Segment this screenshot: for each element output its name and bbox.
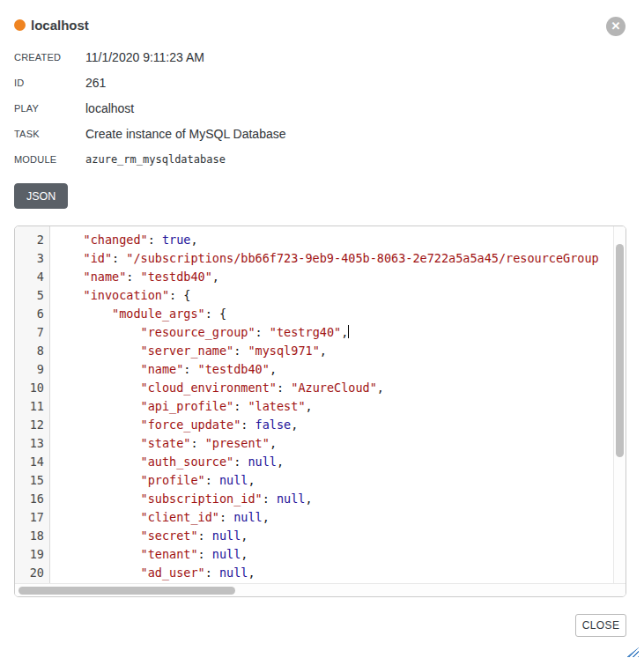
line-number: 7	[15, 323, 50, 342]
line-number: 13	[15, 434, 50, 453]
close-button[interactable]: CLOSE	[575, 614, 626, 637]
detail-label: TASK	[14, 129, 85, 139]
line-content: "client_id": null,	[50, 508, 613, 527]
line-number: 19	[15, 545, 50, 564]
horizontal-scrollbar-thumb[interactable]	[19, 587, 235, 595]
line-content: "secret": null,	[50, 527, 613, 545]
vertical-scrollbar[interactable]	[613, 226, 625, 583]
line-number: 4	[15, 268, 50, 286]
resize-handle-icon[interactable]	[626, 647, 639, 657]
line-number: 15	[15, 471, 50, 490]
line-number: 12	[15, 416, 50, 434]
line-number: 5	[15, 286, 50, 305]
line-number: 18	[15, 527, 50, 545]
code-line: 17 "client_id": null,	[15, 508, 613, 527]
line-content: "force_update": false,	[50, 416, 613, 434]
line-number: 8	[15, 342, 50, 360]
detail-value: Create instance of MySQL Database	[85, 127, 286, 141]
line-content: "api_profile": "latest",	[50, 397, 613, 416]
line-number: 20	[15, 564, 50, 582]
horizontal-scrollbar[interactable]	[15, 583, 625, 596]
line-content: "resource_group": "testrg40",	[50, 323, 613, 342]
detail-value: azure_rm_mysqldatabase	[85, 153, 226, 166]
text-caret	[348, 325, 349, 338]
line-number: 9	[15, 360, 50, 379]
line-content: "invocation": {	[50, 286, 613, 305]
code-line: 7 "resource_group": "testrg40",	[15, 323, 613, 342]
line-content: "subscription_id": null,	[50, 490, 613, 508]
code-line: 13 "state": "present",	[15, 434, 613, 453]
line-content: "name": "testdb40",	[50, 360, 613, 379]
event-details: CREATED 11/1/2020 9:11:23 AM ID 261 PLAY…	[14, 44, 543, 172]
code-line: 14 "auth_source": null,	[15, 453, 613, 471]
line-content: "module_args": {	[50, 305, 613, 323]
code-line: 6 "module_args": {	[15, 305, 613, 323]
line-content: "profile": null,	[50, 471, 613, 490]
code-line: 11 "api_profile": "latest",	[15, 397, 613, 416]
line-content: "state": "present",	[50, 434, 613, 453]
code-line: 10 "cloud_environment": "AzureCloud",	[15, 379, 613, 397]
code-line: 20 "ad_user": null,	[15, 564, 613, 582]
code-line: 8 "server_name": "mysql971",	[15, 342, 613, 360]
detail-value: localhost	[85, 101, 134, 115]
json-code-editor[interactable]: 2 "changed": true, 3 "id": "/subscriptio…	[14, 225, 626, 597]
line-content: "cloud_environment": "AzureCloud",	[50, 379, 613, 397]
line-content: "name": "testdb40",	[50, 268, 613, 286]
close-icon[interactable]: ✕	[606, 17, 625, 36]
line-number: 10	[15, 379, 50, 397]
line-content: "ad_user": null,	[50, 564, 613, 582]
code-line: 16 "subscription_id": null,	[15, 490, 613, 508]
code-line: 4 "name": "testdb40",	[15, 268, 613, 286]
code-line: 12 "force_update": false,	[15, 416, 613, 434]
line-content: "server_name": "mysql971",	[50, 342, 613, 360]
json-tab-button[interactable]: JSON	[14, 183, 68, 209]
code-line: 19 "tenant": null,	[15, 545, 613, 564]
code-line: 2 "changed": true,	[15, 231, 613, 249]
detail-row: TASK Create instance of MySQL Database	[14, 121, 543, 146]
detail-label: PLAY	[14, 103, 85, 114]
host-status-dot	[14, 19, 26, 31]
line-number: 3	[15, 249, 50, 268]
vertical-scrollbar-thumb[interactable]	[616, 244, 624, 457]
detail-row: ID 261	[14, 70, 543, 95]
code-rows: 2 "changed": true, 3 "id": "/subscriptio…	[15, 231, 613, 582]
line-number: 17	[15, 508, 50, 527]
detail-value: 261	[85, 76, 106, 90]
code-line: 9 "name": "testdb40",	[15, 360, 613, 379]
line-content: "tenant": null,	[50, 545, 613, 564]
modal-title: localhost	[31, 18, 89, 33]
detail-value: 11/1/2020 9:11:23 AM	[85, 50, 204, 64]
code-line: 18 "secret": null,	[15, 527, 613, 545]
line-number: 6	[15, 305, 50, 323]
line-number: 16	[15, 490, 50, 508]
code-line: 5 "invocation": {	[15, 286, 613, 305]
line-number: 2	[15, 231, 50, 249]
line-content: "id": "/subscriptions/bb66f723-9eb9-405b…	[50, 249, 613, 268]
code-line: 15 "profile": null,	[15, 471, 613, 490]
detail-row: MODULE azure_rm_mysqldatabase	[14, 146, 543, 172]
line-number: 11	[15, 397, 50, 416]
detail-label: ID	[14, 78, 85, 88]
detail-label: CREATED	[14, 52, 85, 63]
line-content: "changed": true,	[50, 231, 613, 249]
detail-row: PLAY localhost	[14, 95, 543, 121]
detail-label: MODULE	[14, 154, 85, 165]
line-number: 14	[15, 453, 50, 471]
code-line: 3 "id": "/subscriptions/bb66f723-9eb9-40…	[15, 249, 613, 268]
detail-row: CREATED 11/1/2020 9:11:23 AM	[14, 44, 543, 70]
line-content: "auth_source": null,	[50, 453, 613, 471]
